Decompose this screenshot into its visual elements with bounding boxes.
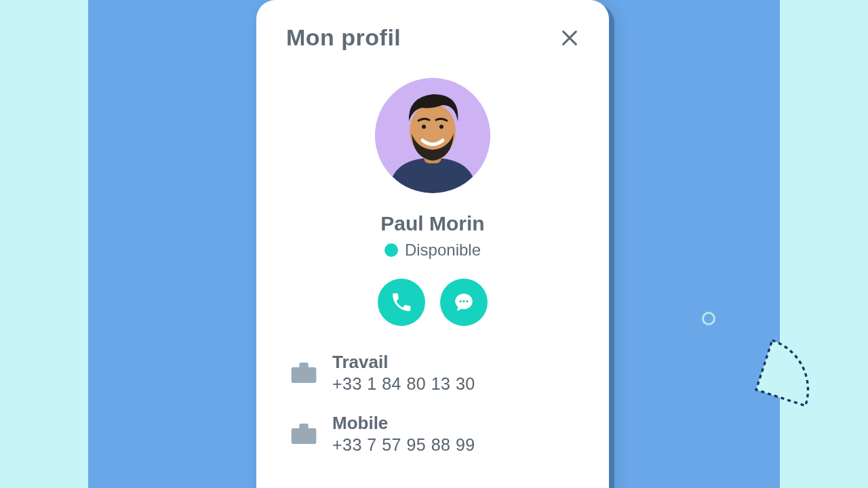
avatar-image bbox=[375, 78, 490, 193]
phone-icon bbox=[390, 291, 413, 314]
briefcase-icon bbox=[290, 361, 317, 384]
contact-work-text: Travail +33 1 84 80 13 30 bbox=[332, 352, 475, 394]
svg-rect-11 bbox=[292, 367, 317, 383]
chat-button[interactable] bbox=[440, 279, 488, 326]
status-row: Disponible bbox=[286, 241, 579, 260]
svg-rect-13 bbox=[292, 428, 317, 444]
card-title: Mon profil bbox=[286, 24, 401, 51]
svg-point-8 bbox=[459, 300, 461, 302]
contact-mobile-label: Mobile bbox=[332, 413, 475, 434]
call-button[interactable] bbox=[378, 279, 425, 326]
profile-card: Mon profil bbox=[256, 0, 609, 488]
svg-rect-12 bbox=[299, 363, 308, 368]
close-button[interactable] bbox=[560, 28, 579, 47]
contact-row-work: Travail +33 1 84 80 13 30 bbox=[286, 352, 579, 413]
chat-icon bbox=[452, 291, 475, 314]
status-indicator-icon bbox=[384, 243, 398, 257]
svg-point-9 bbox=[462, 300, 465, 302]
contact-work-label: Travail bbox=[332, 352, 475, 373]
contact-mobile-value: +33 7 57 95 88 99 bbox=[332, 435, 475, 455]
status-text: Disponible bbox=[405, 241, 481, 260]
profile-name: Paul Morin bbox=[286, 212, 579, 235]
avatar bbox=[375, 78, 490, 193]
contact-row-mobile: Mobile +33 7 57 95 88 99 bbox=[286, 413, 579, 474]
svg-point-6 bbox=[422, 125, 426, 129]
action-row bbox=[286, 279, 579, 326]
svg-point-7 bbox=[439, 125, 443, 129]
decorative-dot bbox=[702, 312, 715, 325]
close-icon bbox=[560, 28, 579, 47]
svg-rect-14 bbox=[299, 424, 308, 429]
card-header: Mon profil bbox=[286, 24, 579, 51]
svg-point-10 bbox=[466, 300, 468, 302]
contact-work-value: +33 1 84 80 13 30 bbox=[332, 374, 475, 394]
contact-mobile-text: Mobile +33 7 57 95 88 99 bbox=[332, 413, 475, 455]
briefcase-icon bbox=[290, 422, 317, 445]
